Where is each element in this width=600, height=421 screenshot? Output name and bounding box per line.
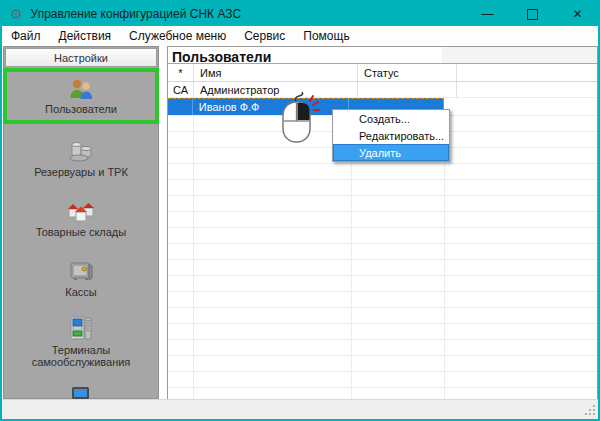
table-header-row: * Имя Статус: [168, 64, 597, 82]
cell-id: СА: [168, 82, 194, 97]
context-menu: Создать... Редактировать... Удалить: [332, 109, 450, 162]
context-menu-item-edit[interactable]: Редактировать...: [333, 127, 449, 144]
window-title: Управление конфигурацией СНК АЗС: [31, 7, 242, 21]
column-header-name[interactable]: Имя: [194, 64, 358, 81]
maximize-button[interactable]: [510, 0, 555, 28]
users-icon: [67, 78, 95, 100]
sidebar-item-self-service-terminals[interactable]: Терминалы самообслуживания: [4, 312, 158, 371]
mouse-right-click-icon: [276, 92, 324, 152]
menu-file[interactable]: Файл: [2, 27, 50, 45]
cell-status: [358, 82, 457, 97]
app-window: ⚙ Управление конфигурацией СНК АЗС — ✕ Ф…: [0, 0, 600, 421]
tanks-icon: [66, 139, 96, 163]
gear-app-icon: ⚙: [10, 7, 23, 21]
sidebar-item-label: Товарные склады: [36, 226, 126, 238]
sidebar-item-tanks[interactable]: Резервуары и ТРК: [4, 132, 158, 184]
menubar: Файл Действия Служебное меню Сервис Помо…: [2, 26, 598, 46]
sidebar: Настройки Пользователи: [3, 46, 159, 399]
menu-service-menu[interactable]: Служебное меню: [120, 27, 235, 45]
minimize-button[interactable]: —: [465, 0, 510, 28]
users-panel: Пользователи * Имя Статус СА Администрат…: [167, 46, 598, 399]
resize-grip-icon[interactable]: [584, 404, 596, 416]
sidebar-item-warehouses[interactable]: Товарные склады: [4, 192, 158, 244]
column-header-status[interactable]: Статус: [358, 64, 457, 81]
menu-help[interactable]: Помощь: [294, 27, 358, 45]
sidebar-item-label: Резервуары и ТРК: [34, 166, 128, 178]
maximize-icon: [527, 9, 538, 20]
safe-icon: [66, 259, 96, 283]
sidebar-item-label: Кассы: [65, 286, 96, 298]
sidebar-item-label: Пользователи: [45, 103, 117, 115]
sidebar-item-label: Терминалы самообслуживания: [22, 344, 140, 368]
sidebar-item-cash-registers[interactable]: Кассы: [4, 252, 158, 304]
sidebar-header-settings[interactable]: Настройки: [5, 48, 157, 67]
cell-id: [168, 99, 193, 115]
status-bar: [0, 399, 600, 419]
column-header-star[interactable]: *: [168, 64, 194, 81]
menu-tools[interactable]: Сервис: [235, 27, 294, 45]
menu-actions[interactable]: Действия: [50, 27, 121, 45]
panel-title: Пользователи: [168, 47, 597, 64]
terminal-icon: [67, 315, 95, 341]
context-menu-item-create[interactable]: Создать...: [333, 110, 449, 127]
context-menu-item-delete[interactable]: Удалить: [333, 144, 449, 161]
sidebar-item-users[interactable]: Пользователи: [3, 68, 159, 124]
titlebar: ⚙ Управление конфигурацией СНК АЗС — ✕: [0, 0, 600, 28]
close-button[interactable]: ✕: [555, 0, 600, 28]
table-row-administrator[interactable]: СА Администратор: [168, 82, 597, 98]
cell-name: Иванов Ф.Ф: [193, 99, 350, 115]
warehouse-icon: [66, 199, 96, 223]
